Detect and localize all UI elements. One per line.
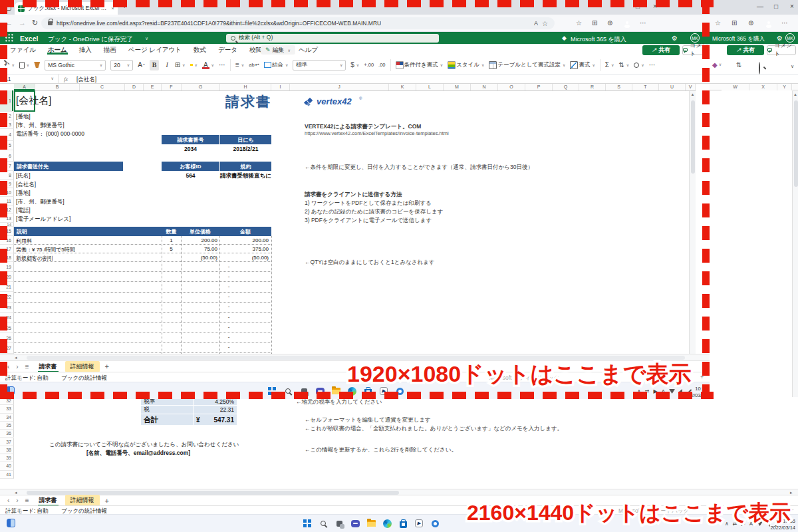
billto-line[interactable]: [電話] <box>16 207 31 215</box>
sort-icon[interactable]: ⇅ <box>736 61 741 68</box>
table-row[interactable]: - <box>14 343 271 353</box>
column-header-S[interactable]: S <box>606 84 632 90</box>
table-row[interactable]: - <box>14 323 271 332</box>
tax-value-cell[interactable]: 22.31 <box>194 406 237 414</box>
format-as-table-button[interactable]: テーブルとして書式設定∨ <box>489 61 565 69</box>
cortana-icon[interactable] <box>430 519 440 528</box>
more-menu-icon[interactable]: ⋯ <box>781 19 788 27</box>
terms-header[interactable]: 規約 <box>220 162 271 171</box>
cell-phone[interactable]: 電話番号： (000) 000-0000 <box>16 130 84 138</box>
maximize-button[interactable]: □ <box>771 3 781 10</box>
buy-m365-button[interactable]: Microsoft 365 を購入 <box>571 35 626 44</box>
format-painter-button[interactable] <box>34 62 40 68</box>
billto-line[interactable]: [氏名] <box>16 172 31 180</box>
app-name[interactable]: Excel <box>20 35 38 43</box>
doc-title[interactable]: ブック - OneDrive に保存完了 <box>48 35 133 44</box>
row-header-36[interactable]: 36 <box>0 430 14 438</box>
comments-button[interactable]: コメント <box>767 45 796 55</box>
search-box[interactable]: 検索 (Alt + Q) <box>226 34 439 43</box>
increase-decimal-button[interactable]: +.00 <box>364 62 374 68</box>
column-header-C[interactable]: C <box>80 84 125 90</box>
column-header-O[interactable]: O <box>498 84 525 90</box>
scrollbar-thumb[interactable] <box>794 100 798 187</box>
ribbon-tab-item[interactable]: 描画 <box>98 46 122 55</box>
billto-line[interactable]: [市、州、郵便番号] <box>16 198 65 206</box>
forward-icon[interactable]: → <box>19 19 26 27</box>
favorites-icon[interactable]: ☆ <box>715 19 721 27</box>
sheet-prev-icon[interactable]: ‹ <box>5 497 11 504</box>
sheet-tab-secondary[interactable]: 詳細情報 <box>65 361 100 372</box>
styles-button[interactable]: スタイル∨ <box>448 61 484 69</box>
more-font-options[interactable]: ⋯ <box>219 61 225 68</box>
column-header-A[interactable]: A <box>14 84 35 90</box>
sheet-tab-secondary[interactable]: 詳細情報 <box>65 495 100 506</box>
format-button[interactable]: 書式∨ <box>570 61 595 69</box>
billto-header[interactable]: 請求書送付先 <box>14 162 123 171</box>
ribbon-tab-active[interactable]: ホーム <box>42 46 73 55</box>
terms-value[interactable]: 請求書受領後直ちに <box>205 172 271 180</box>
row-header-34[interactable]: 34 <box>0 414 14 422</box>
invoice-title[interactable]: 請求書 <box>200 92 271 111</box>
table-row[interactable]: - <box>14 262 271 272</box>
font-color-button[interactable]: A∨ <box>202 61 214 68</box>
col-qty-header[interactable]: 数量 <box>162 227 181 236</box>
ribbon-tab-item[interactable]: ヘルプ <box>293 46 324 55</box>
currency-button[interactable]: $∨ <box>350 61 359 68</box>
conditional-format-button[interactable]: 条件付き書式∨ <box>396 61 444 69</box>
column-header-W[interactable]: W <box>722 84 749 90</box>
column-header-J[interactable]: J <box>290 84 389 90</box>
column-header-F[interactable]: F <box>162 84 182 90</box>
column-header-D[interactable]: D <box>125 84 144 90</box>
find-icon[interactable] <box>759 62 760 74</box>
row-header-41[interactable]: 41 <box>0 471 14 479</box>
media-icon[interactable] <box>414 519 424 528</box>
invoice-no-header[interactable]: 請求書番号 <box>162 135 219 144</box>
more-menu-icon[interactable]: ⋯ <box>640 19 646 27</box>
sheet-list-icon[interactable]: ≡ <box>23 497 31 504</box>
row-header-37[interactable]: 37 <box>0 438 14 446</box>
close-window-button[interactable]: × <box>787 3 797 10</box>
scroll-up-icon[interactable]: ▲ <box>793 92 797 96</box>
read-aloud-icon[interactable]: A <box>534 20 538 27</box>
favorites-icon[interactable]: ☆ <box>576 19 582 27</box>
date-header[interactable]: 日にち <box>220 135 271 144</box>
settings-gear-icon[interactable]: ⚙ <box>777 35 783 42</box>
column-header-B[interactable]: B <box>35 84 80 90</box>
column-header-P[interactable]: P <box>525 84 553 90</box>
vertical-scrollbar[interactable]: ▲ <box>689 91 696 354</box>
sheet-next-icon[interactable]: › <box>14 497 20 504</box>
table-row[interactable]: - <box>14 303 271 313</box>
number-format-select[interactable]: 標準∨ <box>293 60 346 70</box>
column-header-L[interactable]: L <box>416 84 444 90</box>
cell-city[interactable]: [市、州、郵便番号] <box>16 122 65 130</box>
customer-id-header[interactable]: お客様ID <box>162 162 219 171</box>
horizontal-scrollbar[interactable]: ◂ ▸ <box>0 489 798 495</box>
column-header-V[interactable]: V <box>686 84 696 90</box>
table-row[interactable]: 新規顧客の割引(50.00)(50.00) <box>14 253 271 262</box>
ribbon-tab-item[interactable]: データ <box>212 46 243 55</box>
column-header-K[interactable]: K <box>389 84 416 90</box>
minimize-button[interactable]: — <box>755 3 765 10</box>
cell-address[interactable]: [番地] <box>16 113 31 121</box>
table-row[interactable]: - <box>14 313 271 323</box>
share-button[interactable]: ↗共有 <box>727 45 764 55</box>
sheet-next-icon[interactable]: › <box>14 363 20 370</box>
ribbon-tab-item[interactable]: ページ レイアウト <box>122 46 188 55</box>
column-header-N[interactable]: N <box>471 84 498 90</box>
column-header-Y[interactable]: Y <box>777 84 792 90</box>
table-row[interactable]: - <box>14 293 271 303</box>
paste-button[interactable]: ∨ <box>19 62 29 68</box>
ribbon-tab-item[interactable]: 数式 <box>188 46 212 55</box>
column-header-Q[interactable]: Q <box>553 84 579 90</box>
col-desc-header[interactable]: 説明 <box>14 227 162 236</box>
name-box[interactable]: A1∨ <box>0 74 59 83</box>
column-header-M[interactable]: M <box>444 84 471 90</box>
column-header-U[interactable]: U <box>659 84 686 90</box>
col-amount-header[interactable]: 金額 <box>219 227 271 236</box>
sort-filter-button[interactable]: ⇅∨ <box>618 61 629 68</box>
invoice-no-value[interactable]: 2034 <box>162 146 219 152</box>
table-row[interactable]: 利用料1200.00200.00 <box>14 236 271 245</box>
row-header-38[interactable]: 38 <box>0 446 14 454</box>
add-sheet-icon[interactable]: + <box>102 362 112 370</box>
row-header-40[interactable]: 40 <box>0 462 14 470</box>
